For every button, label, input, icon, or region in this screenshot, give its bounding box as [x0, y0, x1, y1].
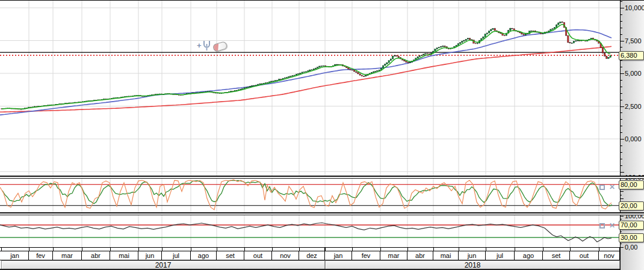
- axis-tick: [620, 191, 624, 192]
- axis-tick: [620, 93, 622, 94]
- price-tick-label: 2,500: [625, 103, 642, 110]
- month-cell: abr: [407, 251, 433, 260]
- axis-tick: [620, 112, 622, 113]
- price-tick-label: 7,500: [625, 37, 642, 44]
- year-row: 20172018: [0, 260, 620, 269]
- month-cell: set: [543, 251, 570, 260]
- price-tick-label: 10,000: [625, 4, 644, 11]
- month-cell: mai: [433, 251, 459, 260]
- axis-tick: [620, 172, 624, 173]
- axis-tick: [620, 146, 622, 146]
- pitchfork-tool-icon[interactable]: [203, 40, 211, 51]
- month-cell: ago: [191, 251, 217, 260]
- axis-tick: [620, 60, 622, 61]
- stoch-level-tag: 20,00: [619, 201, 644, 210]
- axis-tick: [620, 21, 622, 22]
- axis-tick: [620, 67, 622, 67]
- close-panel-icon[interactable]: ✕: [609, 184, 615, 190]
- axis-tick: [620, 47, 622, 48]
- axis-tick: [620, 165, 622, 166]
- axis-tick: [620, 34, 622, 35]
- month-cell: jun: [138, 251, 162, 260]
- axis-tick: [620, 1, 622, 2]
- month-row: janfevmarabrmaijunjulagosetoutnovdezjanf…: [0, 251, 620, 260]
- axis-tick: [620, 139, 624, 140]
- rsi-level-tag: 70,00: [619, 221, 644, 230]
- month-cell: fev: [352, 251, 380, 260]
- axis-tick: [620, 41, 624, 41]
- maximize-panel-icon[interactable]: [599, 185, 605, 190]
- axis-tick: [620, 152, 622, 153]
- rsi-tick-label: 0,00: [625, 244, 637, 251]
- month-cell: out: [570, 251, 599, 260]
- axis-tick: [620, 159, 622, 159]
- month-cell: abr: [82, 251, 110, 260]
- axis-tick: [620, 195, 622, 195]
- axis-tick: [620, 80, 622, 81]
- month-cell: nov: [599, 251, 620, 260]
- axis-tick: [620, 216, 624, 216]
- time-axis[interactable]: janfevmarabrmaijunjulagosetoutnovdezjanf…: [0, 247, 620, 270]
- rsi-panel[interactable]: [0, 215, 620, 247]
- axis-tick: [620, 28, 622, 28]
- panel-divider[interactable]: [0, 176, 644, 179]
- axis-tick: [620, 244, 622, 244]
- month-cell: dez: [299, 251, 325, 260]
- axis-tick: [620, 132, 622, 133]
- month-cell: jan: [325, 251, 352, 260]
- crosshair-plus-icon[interactable]: +: [197, 41, 202, 50]
- axis-tick: [620, 106, 624, 107]
- month-cell: mai: [110, 251, 138, 260]
- price-chart-panel[interactable]: [0, 1, 620, 176]
- stochastic-panel[interactable]: [0, 179, 620, 212]
- month-cell: out: [244, 251, 272, 260]
- panel-divider[interactable]: [0, 212, 644, 215]
- axis-tick: [620, 126, 622, 126]
- charting-application: janfevmarabrmaijunjulagosetoutnovdezjanf…: [0, 0, 644, 270]
- axis-tick: [620, 14, 622, 15]
- current-price-tag: 6,380: [619, 51, 644, 60]
- price-tick-label: 5,000: [625, 70, 642, 77]
- axis-tick: [620, 100, 622, 100]
- month-cell: jul: [486, 251, 515, 260]
- month-cell: set: [217, 251, 244, 260]
- year-box: 2018: [325, 260, 620, 269]
- month-cell: mar: [380, 251, 407, 260]
- axis-tick: [620, 247, 624, 248]
- axis-tick: [620, 8, 624, 8]
- stoch-level-tag: 80,00: [619, 180, 644, 189]
- axis-tick: [620, 198, 624, 199]
- axis-tick: [620, 73, 624, 74]
- rsi-level-tag: 30,00: [619, 233, 644, 242]
- month-cell: ago: [515, 251, 543, 260]
- month-cell: nov: [272, 251, 299, 260]
- maximize-panel-icon[interactable]: [599, 223, 605, 229]
- month-cell: jun: [459, 251, 486, 260]
- axis-tick: [620, 232, 622, 232]
- month-cell: fev: [29, 251, 53, 260]
- axis-tick: [620, 87, 622, 87]
- price-tick-label: 0,000: [625, 135, 642, 143]
- close-panel-icon[interactable]: ✕: [609, 222, 615, 229]
- axis-tick: [620, 219, 622, 219]
- month-cell: jan: [1, 251, 29, 260]
- year-box: 2017: [1, 260, 325, 269]
- month-cell: mar: [53, 251, 82, 260]
- axis-tick: [620, 119, 622, 120]
- month-cell: jul: [162, 251, 191, 260]
